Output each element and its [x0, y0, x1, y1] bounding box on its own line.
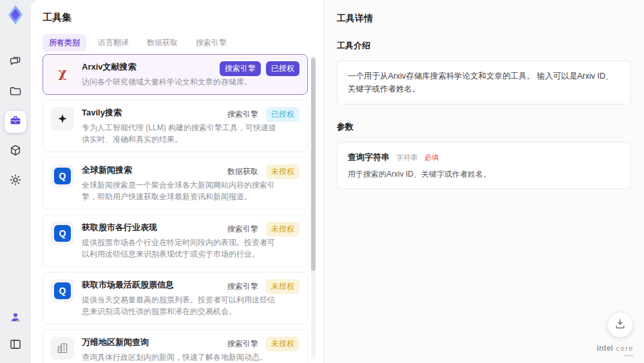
scrollbar-thumb[interactable]	[311, 58, 316, 271]
tool-description: 访问各个研究领域大量科学论文和文章的存储库。	[82, 76, 276, 88]
panel-toggle-icon	[9, 338, 22, 353]
list-scrollbar[interactable]	[311, 55, 316, 359]
tool-card[interactable]: Q 全球新闻搜索 数据获取 未授权 全球新闻搜索是一个聚合全球各大新闻网站内容的…	[43, 157, 308, 210]
tool-card[interactable]: 万维地区新闻查询 搜索引擎 未授权 查询具体行政区划内的新闻，快速了解各地新闻动…	[43, 329, 308, 363]
auth-status-badge: 已授权	[266, 61, 299, 76]
sidebar-item-packages[interactable]	[5, 141, 26, 162]
tool-name: 获取市场最活跃股票信息	[82, 279, 174, 291]
parameter-name: 查询字符串	[348, 152, 390, 162]
auth-status-badge: 未授权	[266, 164, 299, 179]
auth-status-badge: 已授权	[266, 107, 299, 122]
tool-card[interactable]: Q 获取市场最活跃股票信息 搜索引擎 未授权 提供当天交易量最高的股票列表。投资…	[43, 272, 308, 324]
folder-icon	[9, 84, 22, 100]
parameter-required-badge: 必填	[424, 153, 439, 161]
core-brand-text: core	[616, 344, 634, 352]
category-tab[interactable]: 数据获取	[140, 34, 184, 52]
params-heading: 参数	[337, 121, 631, 133]
tool-name: Arxiv文献搜索	[82, 61, 137, 73]
category-badge: 搜索引擎	[225, 337, 261, 351]
category-badge: 数据获取	[225, 164, 261, 179]
auth-status-badge: 未授权	[266, 337, 299, 351]
parameter-description: 用于搜索的Arxiv ID、关键字或作者姓名。	[348, 169, 620, 180]
category-tabs: 所有类别语言翻译数据获取搜索引擎	[43, 34, 323, 52]
toolbox-icon	[9, 114, 22, 130]
cube-icon	[9, 144, 22, 159]
tool-detail-pane: 工具详情 工具介绍 一个用于从Arxiv存储库搜索科学论文和文章的工具。 输入可…	[323, 0, 644, 363]
tool-name: 万维地区新闻查询	[82, 337, 149, 348]
intel-brand-text: intel	[596, 344, 613, 353]
tool-description: 查询具体行政区划内的新闻，快速了解各地新闻动态。	[82, 351, 276, 363]
category-tab[interactable]: 所有类别	[43, 34, 86, 52]
news-search-icon: Q	[54, 225, 71, 242]
tool-list: χ Arxiv文献搜索 搜索引擎 已授权 访问各个研究领域大量科学论文和文章的存…	[43, 54, 308, 363]
app-window: 工具集 所有类别语言翻译数据获取搜索引擎 χ Arxiv文献搜索 搜索引擎 已授…	[0, 0, 644, 363]
parameter-type: 字符串	[396, 153, 417, 161]
parameter-card: 查询字符串 字符串 必填 用于搜索的Arxiv ID、关键字或作者姓名。	[337, 142, 631, 189]
tool-card[interactable]: χ Arxiv文献搜索 搜索引擎 已授权 访问各个研究领域大量科学论文和文章的存…	[43, 54, 308, 95]
sidebar-item-settings[interactable]	[5, 170, 26, 192]
user-icon	[9, 311, 22, 326]
sidebar-item-toolbox[interactable]	[5, 111, 26, 133]
tool-description: 全球新闻搜索是一个聚合全球各大新闻网站内容的搜索引擎，帮助用户快速获取全球最新资…	[82, 179, 276, 202]
tool-icon	[51, 337, 74, 360]
tool-icon: Q	[51, 164, 74, 188]
tool-icon: χ	[51, 61, 74, 84]
tool-name: Tavily搜索	[82, 107, 122, 119]
detail-title: 工具详情	[337, 13, 631, 25]
chat-icon	[9, 55, 22, 70]
sidebar-item-chat[interactable]	[5, 52, 26, 74]
category-badge: 搜索引擎	[225, 107, 261, 122]
tool-card[interactable]: Tavily搜索 搜索引擎 已授权 专为人工智能代理 (LLM) 构建的搜索引擎…	[43, 100, 308, 152]
download-icon	[614, 317, 627, 333]
tool-description: 提供当天交易量最高的股票列表。投资者可以利用这些信息来识别流动性强的股票和潜在的…	[82, 294, 276, 317]
tool-name: 全球新闻搜索	[82, 164, 132, 176]
logo-underline	[623, 355, 634, 357]
tool-icon: Q	[51, 222, 74, 245]
intro-heading: 工具介绍	[337, 40, 631, 52]
tool-list-pane: 工具集 所有类别语言翻译数据获取搜索引擎 χ Arxiv文献搜索 搜索引擎 已授…	[31, 0, 323, 363]
building-news-icon	[56, 342, 69, 355]
intel-core-logo: intel core	[596, 342, 634, 357]
arxiv-icon: χ	[58, 65, 66, 81]
auth-status-badge: 未授权	[266, 279, 299, 294]
sidebar-item-files[interactable]	[5, 81, 26, 103]
news-search-icon: Q	[54, 282, 71, 299]
sidebar-item-collapse[interactable]	[5, 335, 26, 357]
category-badge: 搜索引擎	[220, 61, 261, 76]
tool-intro-text: 一个用于从Arxiv存储库搜索科学论文和文章的工具。 输入可以是Arxiv ID…	[337, 61, 631, 104]
settings-icon	[9, 173, 22, 189]
sidebar-item-account[interactable]	[5, 308, 26, 329]
tool-name: 获取股市各行业表现	[82, 222, 157, 233]
tavily-star-icon	[57, 113, 68, 124]
page-title: 工具集	[43, 12, 323, 24]
tool-icon: Q	[51, 279, 74, 302]
tool-icon	[51, 107, 74, 130]
download-button[interactable]	[608, 313, 632, 337]
category-tab[interactable]: 搜索引擎	[189, 34, 233, 52]
news-search-icon: Q	[54, 168, 71, 184]
tool-description: 提供股票市场各个行业在特定时间段内的表现。投资者可以利用这些信息来识别表现优于或…	[82, 237, 276, 260]
auth-status-badge: 未授权	[266, 222, 299, 237]
tool-card[interactable]: Q 获取股市各行业表现 搜索引擎 未授权 提供股票市场各个行业在特定时间段内的表…	[43, 215, 308, 267]
parameter-header: 查询字符串 字符串 必填	[348, 151, 620, 163]
tool-description: 专为人工智能代理 (LLM) 构建的搜索引擎工具，可快速提供实时、准确和真实的结…	[82, 122, 276, 145]
category-tab[interactable]: 语言翻译	[91, 34, 135, 52]
category-badge: 搜索引擎	[225, 279, 261, 294]
app-logo	[5, 4, 26, 28]
category-badge: 搜索引擎	[225, 222, 261, 237]
icon-rail	[0, 0, 31, 363]
